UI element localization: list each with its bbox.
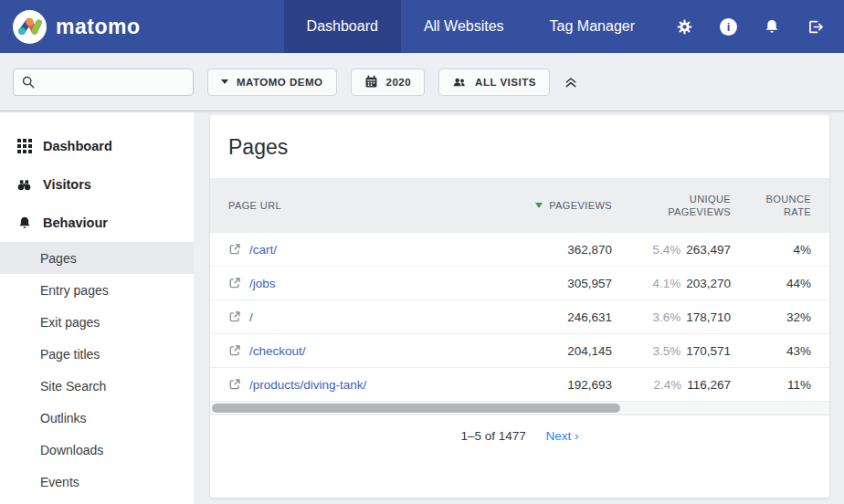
sidebar-item-label: Visitors bbox=[43, 177, 91, 192]
sidebar-item-page-titles[interactable]: Page titles bbox=[0, 338, 194, 370]
column-header-bounce-rate[interactable]: BOUNCE RATE bbox=[731, 193, 811, 218]
sidebar-item-exit-pages[interactable]: Exit pages bbox=[0, 306, 194, 338]
info-icon[interactable]: i bbox=[720, 18, 737, 36]
report-title: Pages bbox=[210, 115, 829, 178]
unique-pageviews-percent: 4.1% bbox=[652, 277, 680, 290]
primary-nav: Dashboard All Websites Tag Manager bbox=[284, 0, 658, 53]
segment-label: ALL VISITS bbox=[475, 77, 536, 88]
bounce-rate-value: 11% bbox=[731, 378, 811, 392]
settings-icon[interactable] bbox=[676, 18, 693, 36]
table-row: /checkout/ 204,145 3.5%170,571 43% bbox=[210, 334, 829, 368]
column-header-unique-pageviews[interactable]: UNIQUE PAGEVIEWS bbox=[612, 193, 731, 218]
column-header-label: UNIQUE PAGEVIEWS bbox=[665, 193, 731, 218]
search-icon bbox=[21, 75, 36, 89]
external-link-icon[interactable] bbox=[228, 277, 241, 289]
notifications-icon[interactable] bbox=[764, 18, 780, 35]
bounce-rate-value: 43% bbox=[731, 344, 811, 358]
unique-pageviews-value: 4.1%203,270 bbox=[612, 277, 731, 290]
search-box[interactable] bbox=[13, 68, 194, 96]
period-label: 2020 bbox=[386, 77, 412, 88]
scrollbar-thumb[interactable] bbox=[212, 404, 620, 413]
pagination-next-link[interactable]: Next › bbox=[546, 429, 579, 443]
sidebar-item-label: Behaviour bbox=[43, 215, 108, 230]
sidebar-item-outlinks[interactable]: Outlinks bbox=[0, 402, 194, 434]
unique-pageviews-count: 170,571 bbox=[686, 344, 731, 358]
column-header-label: BOUNCE RATE bbox=[764, 193, 811, 218]
sort-desc-icon bbox=[535, 203, 543, 208]
sidebar-item-behaviour[interactable]: Behaviour bbox=[0, 204, 194, 242]
external-link-icon[interactable] bbox=[228, 243, 241, 256]
unique-pageviews-percent: 2.4% bbox=[653, 378, 681, 392]
brand-name: matomo bbox=[56, 15, 140, 39]
caret-down-icon bbox=[221, 79, 228, 84]
external-link-icon[interactable] bbox=[228, 310, 241, 323]
segment-selector-button[interactable]: ALL VISITS bbox=[438, 68, 550, 96]
column-header-label: PAGEVIEWS bbox=[549, 200, 612, 211]
horizontal-scrollbar[interactable] bbox=[210, 402, 829, 415]
sidebar-item-dashboard[interactable]: Dashboard bbox=[0, 127, 194, 165]
nav-item-dashboard[interactable]: Dashboard bbox=[284, 0, 401, 53]
external-link-icon[interactable] bbox=[228, 344, 241, 357]
pageviews-value: 204,145 bbox=[402, 344, 612, 358]
unique-pageviews-percent: 5.4% bbox=[652, 243, 680, 257]
signout-icon[interactable] bbox=[807, 18, 824, 36]
matomo-logo[interactable]: matomo bbox=[0, 0, 140, 53]
page-url-link[interactable]: /jobs bbox=[249, 277, 276, 290]
sidebar-item-visitors[interactable]: Visitors bbox=[0, 165, 194, 204]
unique-pageviews-count: 263,497 bbox=[686, 243, 731, 257]
sidebar-item-pages[interactable]: Pages bbox=[0, 242, 194, 274]
calendar-icon bbox=[364, 75, 378, 89]
pageviews-value: 246,631 bbox=[402, 310, 612, 324]
site-selector-button[interactable]: MATOMO DEMO bbox=[207, 68, 337, 96]
top-navbar: matomo Dashboard All Websites Tag Manage… bbox=[0, 0, 844, 53]
pageviews-value: 192,693 bbox=[402, 378, 612, 392]
unique-pageviews-percent: 3.5% bbox=[652, 344, 680, 358]
page-url-link[interactable]: /checkout/ bbox=[249, 344, 306, 358]
sidebar-item-label: Dashboard bbox=[43, 139, 112, 153]
unique-pageviews-percent: 3.6% bbox=[652, 310, 680, 324]
unique-pageviews-value: 5.4%263,497 bbox=[612, 243, 731, 257]
pagination-range: 1–5 of 1477 bbox=[460, 429, 525, 443]
bounce-rate-value: 44% bbox=[731, 277, 811, 290]
sidebar-item-downloads[interactable]: Downloads bbox=[0, 434, 194, 466]
pages-report-card: Pages PAGE URL PAGEVIEWS UNIQUE PAGEVIEW… bbox=[210, 115, 829, 498]
unique-pageviews-value: 3.6%178,710 bbox=[612, 310, 731, 324]
pagination: 1–5 of 1477 Next › bbox=[210, 415, 829, 443]
table-row: /jobs 305,957 4.1%203,270 44% bbox=[210, 267, 829, 300]
bounce-rate-value: 4% bbox=[731, 243, 811, 257]
navbar-icons: i bbox=[658, 0, 844, 53]
site-selector-label: MATOMO DEMO bbox=[237, 77, 323, 88]
matomo-logo-icon bbox=[13, 10, 47, 44]
filter-bar: MATOMO DEMO 2020 bbox=[0, 53, 844, 111]
search-input[interactable] bbox=[41, 75, 185, 89]
column-header-page-url[interactable]: PAGE URL bbox=[228, 200, 402, 211]
table-row: /products/diving-tank/ 192,693 2.4%116,2… bbox=[210, 368, 829, 402]
table-header-row: PAGE URL PAGEVIEWS UNIQUE PAGEVIEWS BOUN… bbox=[210, 178, 829, 233]
binoculars-icon bbox=[16, 177, 32, 193]
pageviews-value: 305,957 bbox=[402, 277, 612, 290]
chevron-double-up-icon[interactable] bbox=[564, 75, 578, 89]
unique-pageviews-count: 178,710 bbox=[686, 310, 731, 324]
external-link-icon[interactable] bbox=[228, 378, 241, 391]
page-url-link[interactable]: /cart/ bbox=[249, 243, 277, 257]
unique-pageviews-count: 116,267 bbox=[687, 378, 731, 392]
matomo-app: matomo Dashboard All Websites Tag Manage… bbox=[0, 0, 844, 504]
sidebar-item-site-search[interactable]: Site Search bbox=[0, 370, 194, 402]
bounce-rate-value: 32% bbox=[731, 310, 811, 324]
bell-icon bbox=[16, 215, 32, 230]
pageviews-value: 362,870 bbox=[402, 243, 612, 257]
sidebar-item-entry-pages[interactable]: Entry pages bbox=[0, 274, 194, 306]
column-header-pageviews[interactable]: PAGEVIEWS bbox=[402, 200, 612, 211]
page-url-link[interactable]: / bbox=[249, 310, 253, 324]
unique-pageviews-value: 2.4%116,267 bbox=[612, 378, 731, 392]
nav-item-all-websites[interactable]: All Websites bbox=[401, 0, 527, 53]
table-row: /cart/ 362,870 5.4%263,497 4% bbox=[210, 233, 829, 267]
grid-icon bbox=[16, 139, 32, 153]
table-row: / 246,631 3.6%178,710 32% bbox=[210, 300, 829, 334]
page-url-link[interactable]: /products/diving-tank/ bbox=[249, 378, 366, 392]
nav-item-tag-manager[interactable]: Tag Manager bbox=[527, 0, 658, 53]
period-selector-button[interactable]: 2020 bbox=[351, 68, 426, 96]
unique-pageviews-value: 3.5%170,571 bbox=[612, 344, 731, 358]
sidebar-item-events[interactable]: Events bbox=[0, 466, 194, 498]
unique-pageviews-count: 203,270 bbox=[686, 277, 731, 290]
